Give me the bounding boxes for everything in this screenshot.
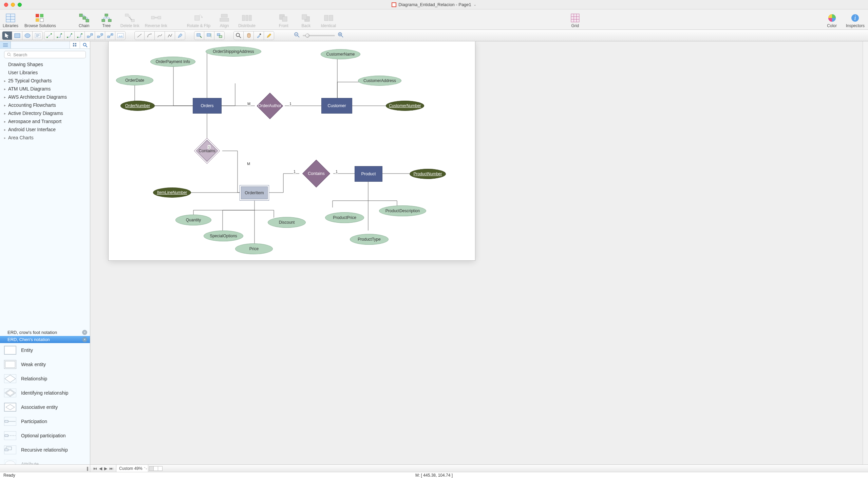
pencil-tool[interactable] bbox=[264, 31, 274, 40]
relationship-contains-orders[interactable]: Contains bbox=[192, 141, 222, 161]
canvas-scroll[interactable]: Orders Customer Product OrderItem OrderA… bbox=[90, 41, 863, 464]
zoom-tool[interactable] bbox=[233, 31, 244, 40]
cat-accounting[interactable]: ▸Accounting Flowcharts bbox=[0, 101, 90, 109]
cat-user-libraries[interactable]: User Libraries bbox=[0, 68, 90, 77]
splitter-toggle[interactable]: ‖ bbox=[0, 465, 90, 472]
close-icon[interactable]: × bbox=[82, 330, 87, 335]
attr-specialoptions[interactable]: SpecialOptions bbox=[204, 231, 243, 241]
connector-bezier-tool[interactable] bbox=[95, 31, 105, 40]
relationship-orderauthor[interactable]: OrderAuthor bbox=[255, 96, 285, 116]
attr-ordershippingaddress[interactable]: OrderShippingAddress bbox=[206, 46, 261, 57]
cat-android[interactable]: ▸Android User Interface bbox=[0, 125, 90, 134]
polyline-tool[interactable] bbox=[165, 31, 175, 40]
close-icon[interactable]: × bbox=[82, 337, 87, 342]
arc-tool[interactable] bbox=[145, 31, 155, 40]
entity-orderitem[interactable]: OrderItem bbox=[240, 185, 269, 201]
shape-associative-entity[interactable]: Associative entity bbox=[0, 400, 90, 414]
line-tool[interactable] bbox=[134, 31, 145, 40]
attr-productdescription[interactable]: ProductDescription bbox=[379, 205, 426, 216]
ellipse-tool[interactable] bbox=[22, 31, 33, 40]
attr-quantity[interactable]: Quantity bbox=[175, 215, 211, 225]
shape-relationship[interactable]: Relationship bbox=[0, 372, 90, 386]
connector-smart-tool[interactable] bbox=[85, 31, 95, 40]
zoom-out-icon[interactable] bbox=[294, 32, 300, 39]
connector-curve-tool[interactable] bbox=[64, 31, 75, 40]
page-2[interactable] bbox=[153, 466, 158, 471]
relationship-contains-product[interactable]: Contains bbox=[299, 163, 333, 184]
nav-last-icon[interactable]: ⏭ bbox=[109, 466, 114, 471]
color-button[interactable]: Color bbox=[824, 13, 841, 28]
snap-guide-tool[interactable] bbox=[204, 31, 214, 40]
grid-button[interactable]: Grid bbox=[567, 13, 584, 28]
nav-next-icon[interactable]: ▶ bbox=[103, 466, 108, 471]
attr-customername[interactable]: CustomerName bbox=[321, 49, 360, 59]
shape-entity[interactable]: Entity bbox=[0, 343, 90, 357]
nav-prev-icon[interactable]: ◀ bbox=[98, 466, 103, 471]
key-productnumber[interactable]: ProductNumber bbox=[410, 169, 446, 179]
notation-crows-foot[interactable]: ERD, crow's foot notation × bbox=[0, 329, 90, 336]
nav-first-icon[interactable]: ⏮ bbox=[92, 466, 98, 471]
attr-customeraddress[interactable]: CustomerAddress bbox=[358, 76, 401, 86]
cat-typical-orgcharts[interactable]: ▸25 Typical Orgcharts bbox=[0, 77, 90, 85]
tab-libraries-list[interactable] bbox=[0, 41, 11, 48]
connector-round-tool[interactable] bbox=[75, 31, 85, 40]
attr-orderdate[interactable]: OrderDate bbox=[116, 75, 153, 85]
pen-tool[interactable] bbox=[175, 31, 185, 40]
cat-drawing-shapes[interactable]: Drawing Shapes bbox=[0, 60, 90, 68]
entity-customer[interactable]: Customer bbox=[321, 98, 352, 114]
attr-price[interactable]: Price bbox=[235, 243, 273, 254]
page-tabs[interactable] bbox=[149, 466, 162, 471]
zoom-slider[interactable] bbox=[294, 32, 344, 39]
text-tool[interactable] bbox=[33, 31, 43, 40]
eyedropper-tool[interactable] bbox=[254, 31, 264, 40]
close-icon[interactable] bbox=[4, 3, 8, 7]
notation-chen[interactable]: ERD, Chen's notation × bbox=[0, 336, 90, 343]
vertical-scrollbar[interactable] bbox=[863, 41, 868, 464]
zoom-in-icon[interactable] bbox=[338, 32, 344, 39]
shape-optional-participation[interactable]: Optional participation bbox=[0, 429, 90, 443]
libraries-button[interactable]: Libraries bbox=[2, 13, 19, 28]
connector-angle-tool[interactable] bbox=[54, 31, 64, 40]
key-customernumber[interactable]: CustomerNumber bbox=[386, 101, 424, 111]
tab-grid-view[interactable] bbox=[70, 41, 80, 48]
tree-button[interactable]: Tree bbox=[98, 13, 115, 28]
attr-productprice[interactable]: ProductPrice bbox=[325, 212, 364, 223]
zoom-track[interactable] bbox=[303, 35, 335, 36]
attr-orderpaymentinfo[interactable]: OrderPayment Info bbox=[150, 57, 195, 67]
cat-active-directory[interactable]: ▸Active Directory Diagrams bbox=[0, 109, 90, 117]
zoom-icon[interactable] bbox=[18, 3, 22, 7]
shape-recursive-relationship[interactable]: Recursive relationship bbox=[0, 443, 90, 457]
rect-tool[interactable] bbox=[12, 31, 22, 40]
snap-object-tool[interactable] bbox=[194, 31, 204, 40]
shape-weak-entity[interactable]: Weak entity bbox=[0, 357, 90, 372]
page-nav[interactable]: ⏮ ◀ ▶ ⏭ bbox=[90, 466, 116, 471]
cat-area-charts[interactable]: ▸Area Charts bbox=[0, 134, 90, 142]
cat-aerospace[interactable]: ▸Aerospace and Transport bbox=[0, 117, 90, 125]
key-itemlinenumber[interactable]: ItemLineNumber bbox=[153, 187, 191, 198]
inspectors-button[interactable]: i Inspectors bbox=[846, 13, 865, 28]
page-1[interactable] bbox=[149, 466, 154, 471]
cat-aws[interactable]: ▸AWS Architecture Diagrams bbox=[0, 93, 90, 101]
shape-participation[interactable]: Participation bbox=[0, 414, 90, 429]
chevron-down-icon[interactable]: ⌄ bbox=[473, 2, 476, 7]
entity-product[interactable]: Product bbox=[355, 166, 382, 182]
key-ordernumber[interactable]: OrderNumber bbox=[120, 101, 155, 111]
attr-producttype[interactable]: ProductType bbox=[350, 234, 389, 245]
pointer-tool[interactable] bbox=[2, 31, 12, 40]
hand-tool[interactable] bbox=[244, 31, 254, 40]
minimize-icon[interactable] bbox=[11, 3, 15, 7]
search-input[interactable]: Search bbox=[4, 51, 86, 58]
zoom-dropdown[interactable]: Custom 49% bbox=[116, 465, 148, 472]
shape-attribute[interactable]: Attribute bbox=[0, 457, 90, 464]
erd-canvas[interactable]: Orders Customer Product OrderItem OrderA… bbox=[109, 41, 475, 260]
spline-tool[interactable] bbox=[155, 31, 165, 40]
shape-identifying-relationship[interactable]: Identifying relationship bbox=[0, 386, 90, 400]
connector-direct-tool[interactable] bbox=[44, 31, 54, 40]
cat-atm-uml[interactable]: ▸ATM UML Diagrams bbox=[0, 85, 90, 93]
attr-discount[interactable]: Discount bbox=[268, 217, 306, 228]
snap-grid-tool[interactable] bbox=[214, 31, 225, 40]
chain-button[interactable]: Chain bbox=[76, 13, 93, 28]
tab-search[interactable] bbox=[80, 41, 90, 48]
browse-solutions-button[interactable]: Browse Solutions bbox=[24, 13, 56, 28]
connector-spline-tool[interactable] bbox=[105, 31, 115, 40]
